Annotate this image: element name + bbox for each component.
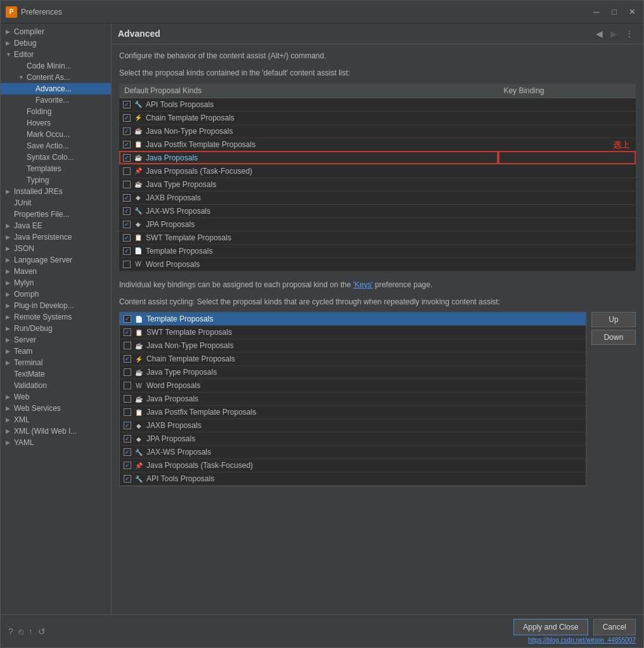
proposal-checkbox[interactable]	[123, 167, 131, 175]
restore-defaults-icon[interactable]: ⎋	[18, 626, 23, 637]
keys-link[interactable]: 'Keys'	[353, 280, 373, 289]
sidebar-item-typing[interactable]: Typing	[1, 174, 111, 186]
sidebar-item-favorites[interactable]: Favorite...	[1, 94, 111, 106]
list-item[interactable]: 📋SWT Template Proposals	[120, 326, 586, 339]
sidebar-item-mark-occurrences[interactable]: Mark Occu...	[1, 129, 111, 140]
cycling-checkbox[interactable]	[124, 355, 131, 363]
list-item[interactable]: 📋Java Postfix Template Proposals	[120, 406, 586, 419]
import-icon[interactable]: ↺	[38, 626, 46, 637]
list-item[interactable]: 📄Template Proposals	[120, 313, 586, 326]
sidebar-item-java-ee[interactable]: ▶Java EE	[1, 220, 111, 231]
sidebar-item-java-persistence[interactable]: ▶Java Persistence	[1, 231, 111, 243]
menu-button[interactable]: ⋮	[622, 27, 637, 40]
sidebar-item-xml[interactable]: ▶XML	[1, 414, 111, 425]
sidebar-item-advanced[interactable]: Advance...	[1, 83, 111, 94]
proposal-checkbox[interactable]	[123, 181, 131, 188]
sidebar-item-xml-wild-web[interactable]: ▶XML (Wild Web I...	[1, 425, 111, 437]
cycling-checkbox[interactable]	[124, 408, 131, 416]
sidebar-item-syntax-coloring[interactable]: Syntax Colo...	[1, 152, 111, 163]
list-item[interactable]: ◆JPA Proposals	[120, 432, 586, 446]
cycling-proposals-list[interactable]: 📄Template Proposals📋SWT Template Proposa…	[119, 312, 586, 486]
sidebar-item-folding[interactable]: Folding	[1, 106, 111, 117]
sidebar-item-content-assist[interactable]: ▼Content As...	[1, 72, 111, 83]
proposal-checkbox[interactable]	[123, 234, 131, 242]
cycling-checkbox[interactable]	[124, 395, 131, 403]
list-item[interactable]: ☕Java Non-Type Proposals	[120, 339, 586, 353]
apply-close-button[interactable]: Apply and Close	[513, 619, 588, 635]
forward-button[interactable]: ▶	[607, 27, 621, 40]
minimize-button[interactable]: ─	[590, 6, 603, 18]
help-icon[interactable]: ?	[8, 626, 13, 637]
sidebar-item-maven[interactable]: ▶Maven	[1, 266, 111, 277]
proposal-checkbox[interactable]	[123, 247, 131, 255]
sidebar-item-web-services[interactable]: ▶Web Services	[1, 403, 111, 414]
cycling-checkbox[interactable]	[124, 315, 131, 323]
sidebar-item-language-server[interactable]: ▶Language Server	[1, 254, 111, 266]
up-button[interactable]: Up	[591, 312, 636, 327]
table-row[interactable]: 🔧API Tools Proposals	[119, 98, 636, 111]
export-icon[interactable]: ↑	[29, 626, 33, 637]
proposal-checkbox[interactable]	[123, 114, 131, 122]
sidebar-item-installed-jres[interactable]: ▶Installed JREs	[1, 186, 111, 197]
sidebar-item-yaml[interactable]: ▶YAML	[1, 437, 111, 448]
proposal-checkbox[interactable]	[123, 141, 131, 148]
cycling-checkbox[interactable]	[124, 422, 131, 429]
cycling-checkbox[interactable]	[124, 368, 131, 376]
list-item[interactable]: ⚡Chain Template Proposals	[120, 353, 586, 366]
cycling-checkbox[interactable]	[124, 435, 131, 443]
cycling-checkbox[interactable]	[124, 328, 131, 336]
cycling-checkbox[interactable]	[124, 342, 131, 349]
proposal-checkbox[interactable]	[123, 101, 131, 108]
sidebar-item-debug[interactable]: ▶Debug	[1, 37, 111, 49]
sidebar-item-code-mining[interactable]: Code Minin...	[1, 60, 111, 72]
sidebar-item-json[interactable]: ▶JSON	[1, 243, 111, 254]
close-button[interactable]: ✕	[626, 6, 638, 18]
table-row[interactable]: ◆JAXB Proposals	[119, 191, 636, 204]
list-item[interactable]: WWord Proposals	[120, 379, 586, 392]
table-row[interactable]: ☕Java Proposals	[119, 151, 636, 164]
cycling-checkbox[interactable]	[124, 382, 131, 389]
proposal-checkbox[interactable]	[123, 194, 131, 202]
sidebar-item-oomph[interactable]: ▶Oomph	[1, 288, 111, 300]
list-item[interactable]: 🔧JAX-WS Proposals	[120, 446, 586, 459]
table-row[interactable]: ⚡Chain Template Proposals	[119, 111, 636, 124]
cycling-checkbox[interactable]	[124, 462, 131, 469]
sidebar-item-compiler[interactable]: ▶Compiler	[1, 26, 111, 37]
cycling-checkbox[interactable]	[124, 475, 131, 483]
proposal-checkbox[interactable]	[123, 261, 131, 268]
proposal-checkbox[interactable]	[123, 154, 131, 162]
sidebar-item-editor[interactable]: ▼Editor	[1, 49, 111, 60]
sidebar-item-validation[interactable]: Validation	[1, 380, 111, 391]
list-item[interactable]: ☕Java Type Proposals	[120, 366, 586, 379]
sidebar-item-mylyn[interactable]: ▶Mylyn	[1, 277, 111, 288]
sidebar-item-server[interactable]: ▶Server	[1, 334, 111, 346]
sidebar-item-plug-in-development[interactable]: ▶Plug-in Develop...	[1, 300, 111, 311]
sidebar-item-terminal[interactable]: ▶Terminal	[1, 357, 111, 368]
cycling-checkbox[interactable]	[124, 448, 131, 456]
sidebar-item-junit[interactable]: JUnit	[1, 197, 111, 209]
proposal-checkbox[interactable]	[123, 221, 131, 228]
down-button[interactable]: Down	[591, 330, 636, 345]
cancel-button[interactable]: Cancel	[593, 619, 636, 635]
sidebar-item-templates[interactable]: Templates	[1, 163, 111, 174]
sidebar-item-textmate[interactable]: TextMate	[1, 368, 111, 380]
sidebar-item-web[interactable]: ▶Web	[1, 391, 111, 403]
table-row[interactable]: ◆JPA Proposals	[119, 217, 636, 231]
table-row[interactable]: 📌Java Proposals (Task-Focused)	[119, 164, 636, 178]
table-row[interactable]: WWord Proposals	[119, 257, 636, 271]
sidebar-item-run-debug[interactable]: ▶Run/Debug	[1, 323, 111, 334]
list-item[interactable]: 🔧API Tools Proposals	[120, 472, 586, 486]
sidebar-item-team[interactable]: ▶Team	[1, 346, 111, 357]
list-item[interactable]: ◆JAXB Proposals	[120, 419, 586, 432]
list-item[interactable]: 📌Java Proposals (Task-Focused)	[120, 459, 586, 472]
table-row[interactable]: 🔧JAX-WS Proposals	[119, 204, 636, 217]
sidebar-item-hovers[interactable]: Hovers	[1, 117, 111, 129]
list-item[interactable]: ☕Java Proposals	[120, 392, 586, 406]
table-row[interactable]: 📋SWT Template Proposals	[119, 231, 636, 244]
back-button[interactable]: ◀	[593, 27, 606, 40]
proposal-checkbox[interactable]	[123, 127, 131, 135]
table-row[interactable]: 📄Template Proposals	[119, 244, 636, 257]
maximize-button[interactable]: □	[608, 6, 621, 18]
table-row[interactable]: ☕Java Type Proposals	[119, 178, 636, 191]
table-row[interactable]: ☕Java Non-Type Proposals	[119, 124, 636, 138]
